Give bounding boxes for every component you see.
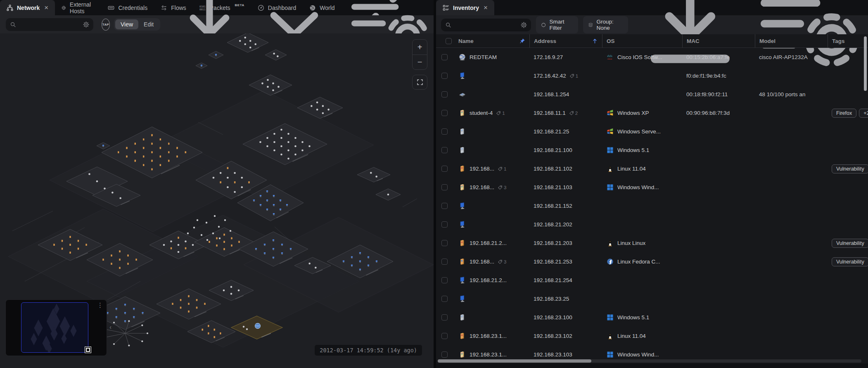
ip-address: 192.168.23.100: [534, 314, 572, 321]
edit-mode-button[interactable]: Edit: [138, 19, 159, 29]
table-row[interactable]: 192.168.21.2... 192.168.21.254: [436, 271, 868, 290]
row-checkbox[interactable]: [441, 203, 448, 209]
table-row[interactable]: 192.168.21.152: [436, 197, 868, 215]
minimap[interactable]: ⋮ ‹: [5, 299, 107, 356]
row-checkbox[interactable]: [441, 128, 448, 135]
view-mode-button[interactable]: View: [115, 19, 138, 29]
tags-column-label: Tags: [832, 38, 845, 44]
horizontal-scrollbar-track[interactable]: [438, 359, 861, 363]
zoom-in-button[interactable]: +: [413, 40, 427, 55]
os-icon: [606, 258, 614, 266]
table-row[interactable]: student-4 1 192.168.11.1 2 Windows XP 00…: [436, 104, 868, 122]
vertical-scrollbar[interactable]: [864, 36, 867, 91]
search-settings-gear-icon[interactable]: [83, 21, 89, 28]
os-name: Windows 5.1: [617, 314, 649, 321]
mac-address: 00:18:f8:90:f2:11: [686, 91, 728, 97]
table-row[interactable]: f 192.168... 3 192.168.21.253 Linux Fedo…: [436, 252, 868, 271]
tag-chip[interactable]: +2: [859, 109, 868, 118]
search-icon: [10, 21, 16, 28]
minimap-collapse-icon[interactable]: ‹: [109, 324, 111, 330]
tag-chip[interactable]: Vulnerability: [832, 164, 868, 173]
column-header-address[interactable]: Address: [529, 34, 602, 47]
table-row[interactable]: 192.168.21.2... 192.168.21.203 Linux Lin…: [436, 234, 868, 252]
os-name: Cisco IOS Softw...: [617, 54, 662, 60]
horizontal-scrollbar-thumb[interactable]: [438, 359, 591, 363]
tab-network[interactable]: Network ×: [0, 0, 55, 15]
zoom-out-button[interactable]: −: [413, 55, 427, 69]
mac-address: f0:de:f1:9e:b4:fc: [686, 73, 726, 79]
close-tab-icon[interactable]: ×: [484, 4, 488, 12]
ip-address: 172.16.42.42: [534, 73, 566, 79]
row-checkbox[interactable]: [441, 333, 448, 339]
tag-chips: Vulnerability: [828, 257, 868, 266]
table-row[interactable]: 192.168.23.1... 192.168.23.102 Linux 11.…: [436, 327, 868, 345]
row-checkbox[interactable]: [441, 147, 448, 153]
tag-chip[interactable]: Vulnerability: [832, 257, 868, 266]
device-icon: [458, 313, 466, 321]
table-row[interactable]: 172.16.42.42 1 f0:de:f1:9e:b4:fc: [436, 66, 868, 85]
close-tab-icon[interactable]: ×: [44, 4, 48, 12]
device-icon: [458, 202, 466, 210]
row-checkbox[interactable]: [441, 54, 448, 60]
map-search-input[interactable]: [19, 21, 80, 28]
view-edit-toggle: View Edit: [114, 18, 160, 31]
row-checkbox[interactable]: [441, 240, 448, 246]
smart-filter-label: Smart Filter: [549, 19, 573, 31]
row-checkbox[interactable]: [441, 351, 448, 358]
minimap-viewport[interactable]: [21, 302, 88, 353]
minimap-resize-handle[interactable]: [85, 347, 91, 353]
table-row[interactable]: 192.168.21.202: [436, 215, 868, 234]
table-row[interactable]: 192.168.23.100 Windows 5.1: [436, 308, 868, 327]
row-checkbox[interactable]: [441, 91, 448, 97]
row-checkbox[interactable]: [441, 296, 448, 302]
tag-chip[interactable]: Vulnerability: [832, 239, 868, 248]
inventory-search[interactable]: [441, 19, 531, 31]
row-checkbox[interactable]: [441, 259, 448, 265]
column-header-name[interactable]: Name: [454, 34, 529, 47]
device-name: 192.168...: [470, 259, 494, 265]
column-header-os[interactable]: OS: [602, 34, 682, 47]
os-name: Linux 11.04: [617, 166, 646, 172]
column-header-mac[interactable]: MAC: [682, 34, 755, 47]
column-header-tags[interactable]: Tags: [828, 34, 868, 47]
row-checkbox[interactable]: [441, 277, 448, 283]
column-header-model[interactable]: Model: [755, 34, 828, 47]
address-tag-count: 1: [569, 74, 578, 78]
address-column-label: Address: [534, 38, 556, 44]
table-row[interactable]: 192.168.21.100 Windows 5.1: [436, 141, 868, 159]
table-row[interactable]: 192.168... 3 192.168.21.103 Windows Wind…: [436, 178, 868, 197]
row-checkbox[interactable]: [441, 166, 448, 172]
row-checkbox[interactable]: [441, 73, 448, 79]
tab-inventory[interactable]: Inventory ×: [436, 0, 494, 15]
sort-ascending-icon[interactable]: [592, 38, 598, 44]
select-all-checkbox[interactable]: [446, 38, 452, 44]
tab-credentials[interactable]: Credentials: [101, 0, 154, 15]
row-checkbox[interactable]: [441, 314, 448, 321]
table-row[interactable]: 192.168.23.25: [436, 290, 868, 308]
tap-button[interactable]: TAP: [102, 19, 110, 31]
device-icon: [458, 90, 466, 98]
fit-screen-button[interactable]: [412, 75, 427, 90]
os-name: Windows 5.1: [617, 147, 649, 153]
minimap-menu-icon[interactable]: ⋮: [97, 303, 103, 307]
row-checkbox[interactable]: [441, 221, 448, 228]
os-name: Linux Linux: [617, 240, 645, 246]
os-name: Linux Fedora C...: [617, 259, 660, 265]
table-row[interactable]: 192.168.21.25 Windows Serve...: [436, 122, 868, 141]
search-settings-gear-icon[interactable]: [521, 22, 527, 28]
row-checkbox[interactable]: [441, 110, 448, 116]
smart-filter-button[interactable]: Smart Filter: [536, 16, 578, 33]
group-by-button[interactable]: Group: None: [583, 16, 628, 33]
os-name: Windows XP: [617, 110, 649, 116]
inventory-search-input[interactable]: [455, 22, 517, 28]
tab-external-hosts[interactable]: External Hosts: [55, 0, 101, 15]
pin-column-icon[interactable]: [519, 38, 525, 44]
map-search[interactable]: [6, 18, 93, 31]
row-checkbox[interactable]: [441, 184, 448, 190]
table-row[interactable]: REDTEAM 172.16.9.27 cisco Cisco IOS Soft…: [436, 48, 868, 66]
table-row[interactable]: 192.168.1.254 00:18:f8:90:f2:11 48 10/10…: [436, 85, 868, 104]
tag-icon: [498, 259, 503, 264]
tag-icon: [496, 111, 501, 116]
table-row[interactable]: 192.168... 1 192.168.21.102 Linux 11.04 …: [436, 159, 868, 178]
tag-chip[interactable]: Firefox: [832, 109, 856, 118]
